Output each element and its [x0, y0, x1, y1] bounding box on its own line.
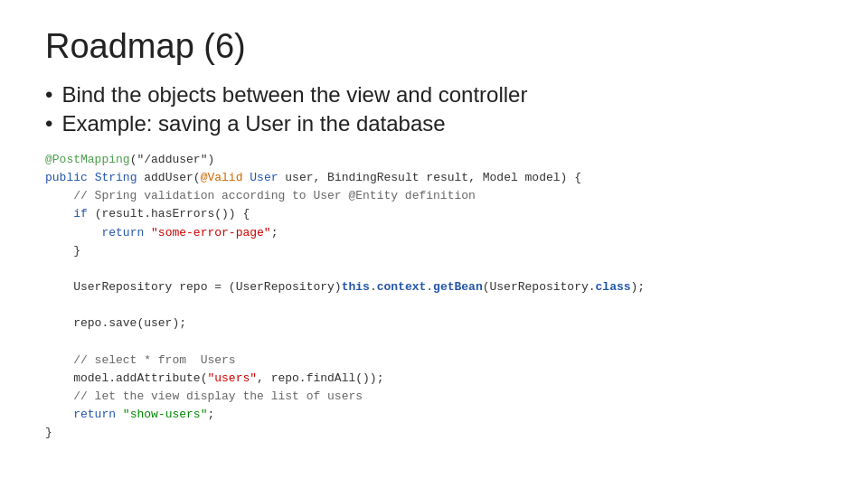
- code-line-8: UserRepository repo = (UserRepository)th…: [45, 278, 823, 296]
- code-line-6: }: [45, 242, 823, 260]
- bullet-item-2: Example: saving a User in the database: [45, 111, 823, 136]
- code-line-15: return "show-users";: [45, 406, 823, 424]
- bullet-item-1: Bind the objects between the view and co…: [45, 82, 823, 108]
- code-line-7: [45, 260, 823, 278]
- slide-title: Roadmap (6): [45, 27, 823, 66]
- code-block: @PostMapping("/adduser") public String a…: [45, 151, 823, 442]
- code-line-14: // let the view display the list of user…: [45, 388, 823, 406]
- code-line-11: [45, 333, 823, 351]
- code-line-1: @PostMapping("/adduser"): [45, 151, 823, 169]
- code-line-12: // select * from Users: [45, 352, 823, 370]
- code-line-9: [45, 296, 823, 314]
- code-line-4: if (result.hasErrors()) {: [45, 205, 823, 223]
- bullet-list: Bind the objects between the view and co…: [45, 82, 823, 136]
- code-line-3: // Spring validation according to User @…: [45, 187, 823, 205]
- slide: Roadmap (6) Bind the objects between the…: [0, 0, 868, 488]
- code-line-13: model.addAttribute("users", repo.findAll…: [45, 370, 823, 388]
- code-line-5: return "some-error-page";: [45, 224, 823, 242]
- code-line-10: repo.save(user);: [45, 314, 823, 333]
- code-line-16: }: [45, 424, 823, 442]
- code-line-2: public String addUser(@Valid User user, …: [45, 169, 823, 187]
